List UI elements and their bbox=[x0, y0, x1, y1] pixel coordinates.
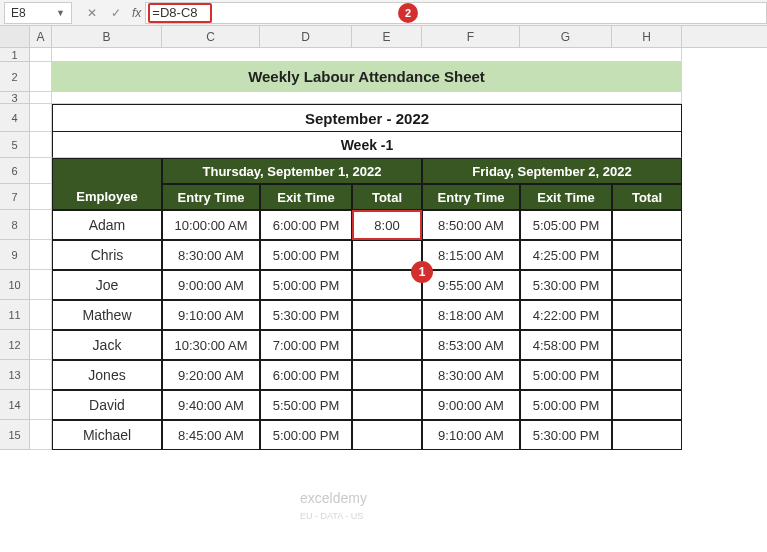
entry-time-2[interactable]: 9:55:00 AM bbox=[422, 270, 520, 300]
entry-time-1[interactable]: 10:30:00 AM bbox=[162, 330, 260, 360]
exit-time-2[interactable]: 5:30:00 PM bbox=[520, 270, 612, 300]
entry-time-2[interactable]: 8:30:00 AM bbox=[422, 360, 520, 390]
row-header[interactable]: 15 bbox=[0, 420, 30, 450]
entry-time-1[interactable]: 9:00:00 AM bbox=[162, 270, 260, 300]
cell[interactable] bbox=[30, 300, 52, 330]
exit-time-2[interactable]: 5:30:00 PM bbox=[520, 420, 612, 450]
day1-header[interactable]: Thursday, September 1, 2022 bbox=[162, 158, 422, 184]
row-header[interactable]: 2 bbox=[0, 62, 30, 92]
row-header[interactable]: 8 bbox=[0, 210, 30, 240]
total-1[interactable] bbox=[352, 390, 422, 420]
cell[interactable] bbox=[30, 330, 52, 360]
cell[interactable] bbox=[30, 132, 52, 158]
entry-time-2[interactable]: 9:00:00 AM bbox=[422, 390, 520, 420]
fx-icon[interactable]: fx bbox=[132, 6, 141, 20]
col-header-B[interactable]: B bbox=[52, 26, 162, 47]
entry-time-2[interactable]: 8:18:00 AM bbox=[422, 300, 520, 330]
entry-time-1[interactable]: 8:30:00 AM bbox=[162, 240, 260, 270]
entry-time-1[interactable]: 8:45:00 AM bbox=[162, 420, 260, 450]
row-header[interactable]: 12 bbox=[0, 330, 30, 360]
exit-header-2[interactable]: Exit Time bbox=[520, 184, 612, 210]
employee-name[interactable]: Jack bbox=[52, 330, 162, 360]
exit-time-2[interactable]: 5:00:00 PM bbox=[520, 360, 612, 390]
col-header-D[interactable]: D bbox=[260, 26, 352, 47]
cell[interactable] bbox=[30, 360, 52, 390]
entry-time-2[interactable]: 8:15:00 AM bbox=[422, 240, 520, 270]
exit-time-1[interactable]: 5:30:00 PM bbox=[260, 300, 352, 330]
entry-time-1[interactable]: 10:00:00 AM bbox=[162, 210, 260, 240]
name-box-dropdown-icon[interactable]: ▼ bbox=[56, 8, 65, 18]
exit-time-1[interactable]: 5:50:00 PM bbox=[260, 390, 352, 420]
row-header[interactable]: 1 bbox=[0, 48, 30, 62]
entry-header-2[interactable]: Entry Time bbox=[422, 184, 520, 210]
total-2[interactable] bbox=[612, 360, 682, 390]
employee-name[interactable]: Adam bbox=[52, 210, 162, 240]
total-1[interactable] bbox=[352, 330, 422, 360]
name-box[interactable]: E8 ▼ bbox=[4, 2, 72, 24]
row-header[interactable]: 13 bbox=[0, 360, 30, 390]
cell[interactable] bbox=[30, 184, 52, 210]
col-header-G[interactable]: G bbox=[520, 26, 612, 47]
exit-time-1[interactable]: 6:00:00 PM bbox=[260, 210, 352, 240]
col-header-F[interactable]: F bbox=[422, 26, 520, 47]
exit-time-2[interactable]: 4:25:00 PM bbox=[520, 240, 612, 270]
exit-time-2[interactable]: 5:05:00 PM bbox=[520, 210, 612, 240]
col-header-E[interactable]: E bbox=[352, 26, 422, 47]
exit-time-1[interactable]: 6:00:00 PM bbox=[260, 360, 352, 390]
cell[interactable] bbox=[30, 48, 52, 62]
sheet-title[interactable]: Weekly Labour Attendance Sheet bbox=[52, 62, 682, 92]
entry-time-1[interactable]: 9:40:00 AM bbox=[162, 390, 260, 420]
cancel-icon[interactable]: ✕ bbox=[80, 2, 104, 24]
select-all-corner[interactable] bbox=[0, 26, 30, 47]
week-header[interactable]: Week -1 bbox=[52, 132, 682, 158]
exit-time-1[interactable]: 5:00:00 PM bbox=[260, 420, 352, 450]
exit-time-2[interactable]: 4:58:00 PM bbox=[520, 330, 612, 360]
cell[interactable] bbox=[30, 104, 52, 132]
employee-name[interactable]: Mathew bbox=[52, 300, 162, 330]
cell[interactable] bbox=[30, 390, 52, 420]
row-header[interactable]: 9 bbox=[0, 240, 30, 270]
total-header-1[interactable]: Total bbox=[352, 184, 422, 210]
cell[interactable] bbox=[52, 48, 682, 62]
month-header[interactable]: September - 2022 bbox=[52, 104, 682, 132]
cell[interactable] bbox=[52, 92, 682, 104]
row-header[interactable]: 11 bbox=[0, 300, 30, 330]
cell[interactable] bbox=[30, 240, 52, 270]
exit-time-1[interactable]: 5:00:00 PM bbox=[260, 240, 352, 270]
total-2[interactable] bbox=[612, 270, 682, 300]
exit-time-1[interactable]: 7:00:00 PM bbox=[260, 330, 352, 360]
row-header[interactable]: 7 bbox=[0, 184, 30, 210]
employee-name[interactable]: Chris bbox=[52, 240, 162, 270]
cell[interactable] bbox=[30, 210, 52, 240]
col-header-C[interactable]: C bbox=[162, 26, 260, 47]
total-2[interactable] bbox=[612, 420, 682, 450]
row-header[interactable]: 3 bbox=[0, 92, 30, 104]
entry-time-2[interactable]: 8:53:00 AM bbox=[422, 330, 520, 360]
entry-time-1[interactable]: 9:20:00 AM bbox=[162, 360, 260, 390]
total-2[interactable] bbox=[612, 330, 682, 360]
employee-header[interactable]: Employee bbox=[52, 184, 162, 210]
col-header-H[interactable]: H bbox=[612, 26, 682, 47]
employee-name[interactable]: Joe bbox=[52, 270, 162, 300]
entry-time-1[interactable]: 9:10:00 AM bbox=[162, 300, 260, 330]
day2-header[interactable]: Friday, September 2, 2022 bbox=[422, 158, 682, 184]
entry-time-2[interactable]: 8:50:00 AM bbox=[422, 210, 520, 240]
entry-header-1[interactable]: Entry Time bbox=[162, 184, 260, 210]
cell[interactable] bbox=[30, 158, 52, 184]
employee-name[interactable]: David bbox=[52, 390, 162, 420]
formula-input[interactable]: =D8-C8 bbox=[145, 2, 767, 24]
total-2[interactable] bbox=[612, 240, 682, 270]
cell[interactable] bbox=[30, 92, 52, 104]
total-header-2[interactable]: Total bbox=[612, 184, 682, 210]
cell[interactable] bbox=[30, 62, 52, 92]
total-1[interactable] bbox=[352, 420, 422, 450]
employee-name[interactable]: Jones bbox=[52, 360, 162, 390]
total-2[interactable] bbox=[612, 390, 682, 420]
enter-icon[interactable]: ✓ bbox=[104, 2, 128, 24]
cell[interactable] bbox=[30, 270, 52, 300]
row-header[interactable]: 10 bbox=[0, 270, 30, 300]
exit-time-2[interactable]: 4:22:00 PM bbox=[520, 300, 612, 330]
total-2[interactable] bbox=[612, 210, 682, 240]
row-header[interactable]: 14 bbox=[0, 390, 30, 420]
row-header[interactable]: 4 bbox=[0, 104, 30, 132]
